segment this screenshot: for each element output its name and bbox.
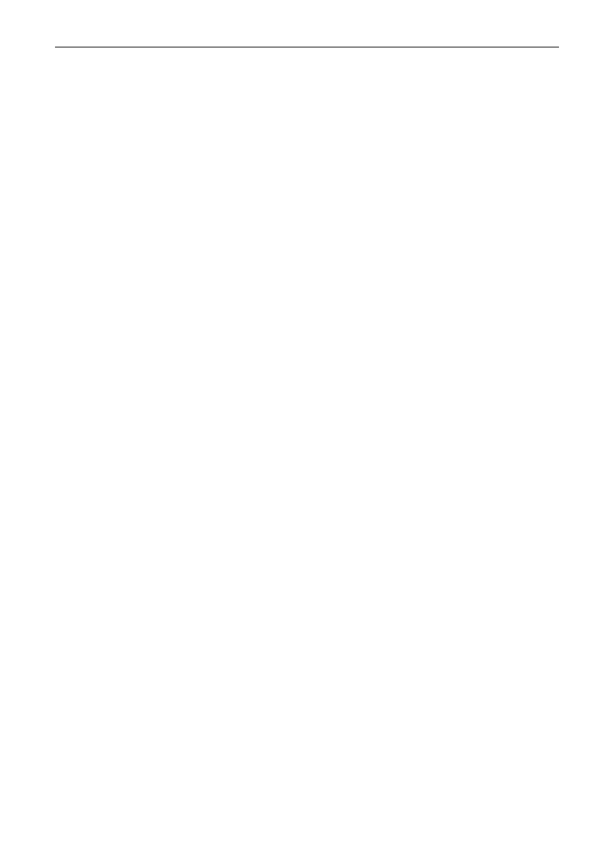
page-divider [55, 47, 559, 47]
